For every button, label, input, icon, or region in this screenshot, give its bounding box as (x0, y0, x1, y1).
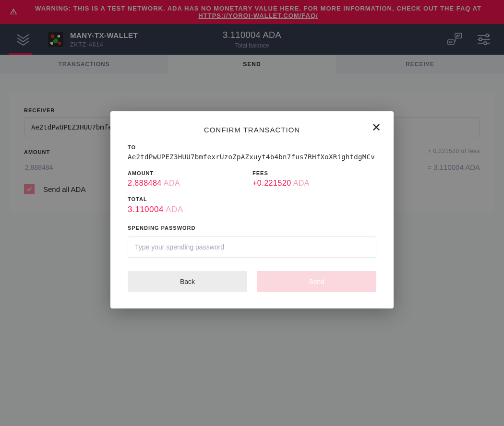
spending-password-label: SPENDING PASSWORD (128, 225, 376, 231)
confirm-transaction-modal: CONFIRM TRANSACTION ✕ TO Ae2tdPwUPEZ3HUU… (110, 111, 394, 308)
modal-fees-value: +0.221520 ADA (252, 179, 348, 188)
back-button[interactable]: Back (128, 271, 247, 292)
modal-total-value: 3.110004 ADA (128, 205, 376, 214)
modal-overlay[interactable]: CONFIRM TRANSACTION ✕ TO Ae2tdPwUPEZ3HUU… (0, 0, 504, 426)
to-label: TO (128, 144, 376, 150)
modal-fees-label: FEES (252, 170, 348, 176)
spending-password-input[interactable] (128, 237, 376, 258)
modal-amount-value: 2.888484 ADA (128, 179, 224, 188)
close-icon[interactable]: ✕ (372, 122, 381, 133)
modal-total-label: TOTAL (128, 196, 376, 202)
send-button[interactable]: Send (257, 271, 376, 292)
modal-title: CONFIRM TRANSACTION (128, 126, 376, 134)
modal-amount-label: AMOUNT (128, 170, 224, 176)
to-address: Ae2tdPwUPEZ3HUU7bmfexrUzoZpAZxuyt4b4bn7f… (128, 153, 376, 161)
